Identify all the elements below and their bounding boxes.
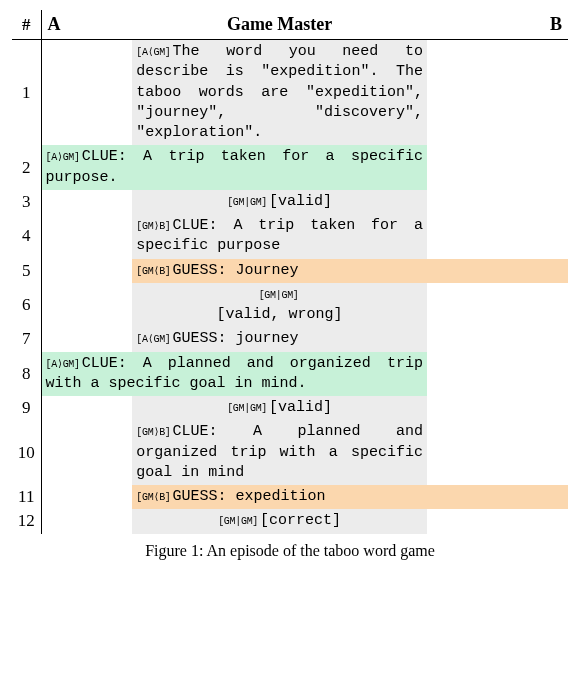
table-header-row: # A Game Master B	[12, 10, 568, 40]
row-number: 2	[12, 145, 41, 190]
message-text: GUESS: journey	[173, 330, 299, 347]
header-a: A	[41, 10, 132, 40]
message-tag: [A⟩GM]	[46, 152, 80, 163]
message-cell: [GM⟩B]CLUE: A trip taken for a specific …	[132, 214, 427, 259]
message-cell: [GM|GM][correct]	[132, 509, 427, 533]
message-cell: [GM|GM][valid, wrong]	[132, 283, 427, 328]
row-number: 8	[12, 352, 41, 397]
message-text: GUESS: expedition	[173, 488, 326, 505]
message: [A⟨GM]The word you need to describe is "…	[132, 40, 427, 145]
message-text: GUESS: Journey	[173, 262, 299, 279]
message-tag: [GM|GM]	[227, 197, 267, 208]
message: [GM|GM][valid]	[132, 190, 427, 214]
row-number: 12	[12, 509, 41, 533]
message: [GM⟨B]GUESS: expedition	[132, 485, 568, 509]
header-b: B	[427, 10, 568, 40]
message-tag: [GM⟨B]	[136, 492, 170, 503]
row-number: 6	[12, 283, 41, 328]
dialogue-table: # A Game Master B 1[A⟨GM]The word you ne…	[12, 10, 568, 534]
header-num: #	[12, 10, 41, 40]
message-tag: [GM|GM]	[259, 290, 299, 301]
message: [GM⟨B]GUESS: Journey	[132, 259, 568, 283]
row-number: 11	[12, 485, 41, 509]
message-tag: [GM|GM]	[218, 516, 258, 527]
message: [A⟩GM]CLUE: A trip taken for a specific …	[42, 145, 427, 190]
message-cell: [GM|GM][valid]	[132, 190, 427, 214]
header-gm: Game Master	[132, 10, 427, 40]
row-number: 5	[12, 259, 41, 283]
message-cell: [A⟨GM]The word you need to describe is "…	[132, 40, 427, 146]
message-text: [correct]	[260, 512, 341, 529]
message: [GM⟩B]CLUE: A planned and organized trip…	[132, 420, 427, 485]
table-body: 1[A⟨GM]The word you need to describe is …	[12, 40, 568, 534]
row-number: 9	[12, 396, 41, 420]
table-row: 7[A⟨GM]GUESS: journey	[12, 327, 568, 351]
message-tag: [A⟩GM]	[46, 359, 80, 370]
message: [GM⟩B]CLUE: A trip taken for a specific …	[132, 214, 427, 259]
message-text: CLUE: A planned and organized trip with …	[136, 423, 423, 481]
row-number: 7	[12, 327, 41, 351]
message-text: CLUE: A trip taken for a specific purpos…	[136, 217, 423, 254]
row-number: 1	[12, 40, 41, 146]
message-text: CLUE: A trip taken for a specific purpos…	[46, 148, 423, 185]
message-cell: [GM⟩B]CLUE: A planned and organized trip…	[132, 420, 427, 485]
table-row: 3[GM|GM][valid]	[12, 190, 568, 214]
message: [GM|GM][valid, wrong]	[132, 283, 427, 328]
table-row: 5[GM⟨B]GUESS: Journey	[12, 259, 568, 283]
message: [GM|GM][correct]	[132, 509, 427, 533]
row-number: 3	[12, 190, 41, 214]
table-row: 4[GM⟩B]CLUE: A trip taken for a specific…	[12, 214, 568, 259]
table-row: 11[GM⟨B]GUESS: expedition	[12, 485, 568, 509]
table-row: 6[GM|GM][valid, wrong]	[12, 283, 568, 328]
message-cell: [A⟨GM]GUESS: journey	[132, 327, 427, 351]
message: [A⟩GM]CLUE: A planned and organized trip…	[42, 352, 427, 397]
message-tag: [GM|GM]	[227, 403, 267, 414]
message-text: [valid, wrong]	[217, 306, 343, 323]
table-row: 2[A⟩GM]CLUE: A trip taken for a specific…	[12, 145, 568, 190]
message-cell: [A⟩GM]CLUE: A trip taken for a specific …	[41, 145, 427, 190]
message-text: [valid]	[269, 399, 332, 416]
table-row: 1[A⟨GM]The word you need to describe is …	[12, 40, 568, 146]
message: [GM|GM][valid]	[132, 396, 427, 420]
message-cell: [GM⟨B]GUESS: expedition	[132, 485, 568, 509]
figure-caption: Figure 1: An episode of the taboo word g…	[12, 542, 568, 560]
row-number: 4	[12, 214, 41, 259]
message-tag: [GM⟨B]	[136, 266, 170, 277]
message-cell: [A⟩GM]CLUE: A planned and organized trip…	[41, 352, 427, 397]
table-row: 8[A⟩GM]CLUE: A planned and organized tri…	[12, 352, 568, 397]
row-number: 10	[12, 420, 41, 485]
table-row: 9[GM|GM][valid]	[12, 396, 568, 420]
table-row: 12[GM|GM][correct]	[12, 509, 568, 533]
message-text: The word you need to describe is "expedi…	[136, 43, 423, 141]
message-cell: [GM⟨B]GUESS: Journey	[132, 259, 568, 283]
table-row: 10[GM⟩B]CLUE: A planned and organized tr…	[12, 420, 568, 485]
message-tag: [GM⟩B]	[136, 221, 170, 232]
message: [A⟨GM]GUESS: journey	[132, 327, 427, 351]
message-tag: [A⟨GM]	[136, 334, 170, 345]
message-tag: [GM⟩B]	[136, 427, 170, 438]
message-tag: [A⟨GM]	[136, 47, 170, 58]
message-cell: [GM|GM][valid]	[132, 396, 427, 420]
message-text: [valid]	[269, 193, 332, 210]
message-text: CLUE: A planned and organized trip with …	[46, 355, 423, 392]
